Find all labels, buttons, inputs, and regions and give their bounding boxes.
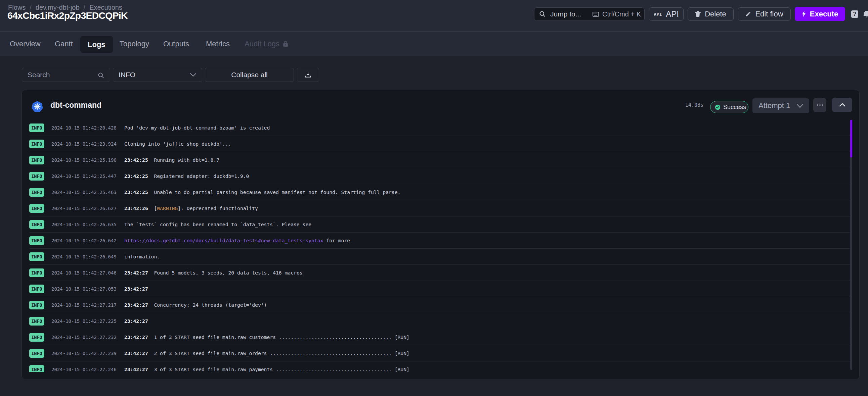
status-badge[interactable]: Success (710, 101, 748, 113)
log-message-segment: 23:42:25 (124, 157, 148, 163)
kubernetes-icon (32, 101, 43, 112)
tab-label: Overview (10, 40, 41, 48)
log-timestamp: 2024-10-15 01:42:26.649 (52, 249, 117, 264)
execute-button[interactable]: Execute (795, 7, 845, 21)
collapse-all-button[interactable]: Collapse all (205, 68, 294, 82)
log-timestamp: 2024-10-15 01:42:25.463 (52, 184, 117, 200)
tab-bar: OverviewGanttLogsTopologyOutputsMetricsA… (0, 32, 868, 56)
log-timestamp: 2024-10-15 01:42:27.225 (52, 313, 117, 329)
chevron-up-icon (839, 103, 845, 107)
lightning-icon (802, 11, 806, 17)
log-level-badge: INFO (29, 268, 44, 277)
log-message-segment: 3 of 3 START seed file main.raw_payments… (148, 366, 409, 372)
tab-label: Gantt (55, 40, 73, 48)
log-message: Cloning into 'jaffle_shop_duckdb'... (124, 136, 231, 152)
log-timestamp: 2024-10-15 01:42:27.046 (52, 265, 117, 280)
chevron-down-icon (797, 104, 804, 108)
log-message-segment: 23:42:26 (124, 205, 148, 211)
log-message: 23:42:25 Registered adapter: duckdb=1.9.… (124, 168, 249, 184)
jump-to-search[interactable]: Jump to... Ctrl/Cmd + K (534, 7, 645, 21)
tab-topology[interactable]: Topology (120, 32, 149, 56)
notifications-button[interactable] (862, 10, 868, 19)
log-message-segment: The `tests` config has been renamed to `… (124, 222, 311, 227)
log-level-badge: INFO (29, 285, 44, 293)
log-message-segment: 2 of 3 START seed file main.raw_orders .… (148, 350, 409, 356)
log-row: INFO2024-10-15 01:42:26.642https://docs.… (29, 233, 850, 249)
log-row: INFO2024-10-15 01:42:26.649information. (29, 249, 850, 265)
log-row: INFO2024-10-15 01:42:27.22523:42:27 (29, 313, 850, 329)
log-level-badge: INFO (29, 172, 44, 180)
log-timestamp: 2024-10-15 01:42:27.053 (52, 281, 117, 297)
log-level-badge: INFO (29, 204, 44, 213)
log-message-segment: for more (323, 238, 350, 243)
log-timestamp: 2024-10-15 01:42:27.232 (52, 329, 117, 345)
log-message: 23:42:27 Concurrency: 24 threads (target… (124, 297, 267, 313)
log-message: 23:42:27 1 of 3 START seed file main.raw… (124, 329, 409, 345)
tab-label: Metrics (206, 40, 230, 48)
log-row: INFO2024-10-15 01:42:25.46323:42:25 Unab… (29, 184, 850, 200)
ellipsis-icon (817, 104, 823, 106)
log-message: 23:42:25 Running with dbt=1.8.7 (124, 152, 219, 168)
help-button[interactable]: ? (851, 10, 858, 18)
download-logs-button[interactable] (297, 68, 319, 82)
log-message-segment: 23:42:27 (124, 302, 148, 308)
log-list: INFO2024-10-15 01:42:20.428Pod 'dev-my-d… (22, 120, 860, 372)
tab-overview[interactable]: Overview (10, 32, 41, 56)
log-scrollbar-thumb[interactable] (850, 120, 852, 157)
log-message: Pod 'dev-my-dbt-job-dbt-command-bzoam' i… (124, 120, 270, 136)
delete-button-label: Delete (705, 10, 726, 19)
log-timestamp: 2024-10-15 01:42:25.190 (52, 152, 117, 168)
tab-audit-logs: Audit Logs (245, 32, 288, 56)
tab-label: Audit Logs (245, 40, 279, 48)
log-timestamp: 2024-10-15 01:42:23.924 (52, 136, 117, 152)
log-message-segment: Pod 'dev-my-dbt-job-dbt-command-bzoam' i… (124, 125, 270, 131)
log-row: INFO2024-10-15 01:42:20.428Pod 'dev-my-d… (29, 120, 850, 136)
tab-logs[interactable]: Logs (80, 36, 113, 53)
check-circle-icon (715, 104, 720, 110)
log-message-segment: 23:42:27 (124, 270, 148, 275)
chevron-down-icon (190, 73, 196, 77)
log-message: information. (124, 249, 160, 264)
delete-button[interactable]: Delete (688, 7, 734, 21)
tab-gantt[interactable]: Gantt (55, 32, 73, 56)
api-button[interactable]: API API (649, 7, 684, 21)
tab-outputs[interactable]: Outputs (163, 32, 189, 56)
log-message-segment: 23:42:27 (124, 286, 148, 292)
log-message-segment: 1 of 3 START seed file main.raw_customer… (148, 334, 409, 340)
log-message-segment: 23:42:27 (124, 350, 148, 356)
edit-flow-button-label: Edit flow (755, 10, 783, 19)
log-level-badge: INFO (29, 252, 44, 261)
log-timestamp: 2024-10-15 01:42:26.635 (52, 217, 117, 232)
log-level-badge: INFO (29, 156, 44, 164)
log-timestamp: 2024-10-15 01:42:25.447 (52, 168, 117, 184)
edit-flow-button[interactable]: Edit flow (738, 7, 791, 21)
task-duration: 14.08s (685, 90, 704, 120)
log-message-segment: Cloning into 'jaffle_shop_duckdb'... (124, 141, 231, 147)
search-input[interactable] (22, 68, 110, 82)
log-message: 23:42:25 Unable to do partial parsing be… (124, 184, 400, 200)
log-level-badge: INFO (29, 124, 44, 132)
attempt-select[interactable]: Attempt 1 (752, 98, 809, 113)
log-timestamp: 2024-10-15 01:42:26.642 (52, 233, 117, 248)
task-collapse-button[interactable] (832, 98, 852, 112)
task-more-button[interactable] (813, 98, 826, 112)
log-message-segment: WARNING (157, 205, 178, 211)
lock-icon (283, 41, 288, 47)
log-scrollbar-track[interactable] (850, 120, 852, 370)
tab-label: Outputs (163, 40, 189, 48)
attempt-value: Attempt 1 (758, 101, 790, 110)
log-message: 23:42:26 [WARNING]: Deprecated functiona… (124, 200, 258, 216)
pencil-icon (745, 11, 751, 17)
log-link[interactable]: https://docs.getdbt.com/docs/build/data-… (124, 238, 323, 243)
log-level-badge: INFO (29, 236, 44, 245)
log-message-segment: Registered adapter: duckdb=1.9.0 (148, 173, 249, 179)
log-message-segment: Running with dbt=1.8.7 (148, 157, 219, 163)
log-message: 23:42:27 (124, 281, 148, 297)
log-message-segment: information. (124, 254, 160, 259)
tab-metrics[interactable]: Metrics (206, 32, 230, 56)
log-row: INFO2024-10-15 01:42:27.23923:42:27 2 of… (29, 345, 850, 361)
log-level-select[interactable]: INFO (113, 68, 202, 82)
jump-to-shortcut: Ctrl/Cmd + K (602, 10, 641, 18)
page-title: 64xCbc1iRx2pZp3EDCQPiK (7, 10, 128, 21)
log-row: INFO2024-10-15 01:42:27.23223:42:27 1 of… (29, 329, 850, 345)
